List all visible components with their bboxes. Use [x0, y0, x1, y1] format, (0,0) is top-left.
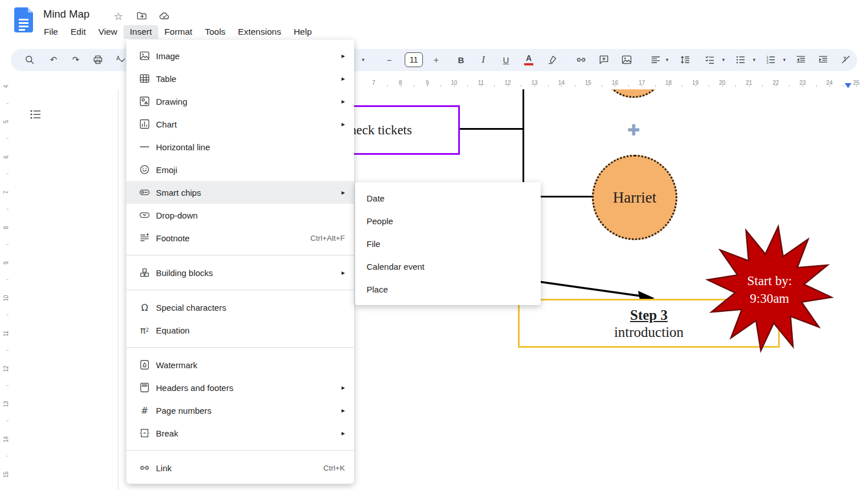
submenu-item[interactable]: Date — [355, 187, 541, 209]
clear-formatting-icon[interactable]: T — [838, 52, 854, 68]
ruler-number: 7 — [0, 187, 23, 198]
menubar-item[interactable]: Insert — [124, 25, 158, 39]
spellcheck-icon[interactable]: A — [112, 52, 128, 68]
top-node-circle[interactable] — [601, 89, 666, 98]
menu-divider — [126, 450, 354, 451]
ruler-number: 12 — [494, 77, 521, 89]
menubar-item[interactable]: View — [92, 25, 124, 39]
align-left-icon[interactable] — [648, 52, 664, 68]
insert-menu-item-footnote[interactable]: Footnote Ctrl+Alt+F — [126, 227, 354, 249]
menubar-item[interactable]: Format — [158, 25, 199, 39]
checklist-chevron-icon[interactable]: ▾ — [720, 52, 727, 68]
insert-menu-item-equation[interactable]: π2 Equation — [126, 319, 354, 341]
insert-menu-item-chart[interactable]: Chart ▸ — [126, 113, 354, 135]
google-docs-app: { "header": { "doc_title": "Mind Map", "… — [0, 0, 868, 490]
ruler-number: 4 — [0, 81, 23, 92]
insert-menu-item-drawing[interactable]: Drawing ▸ — [126, 90, 354, 113]
numbered-list-icon[interactable]: 123 — [763, 52, 779, 68]
submenu-item[interactable]: Place — [355, 278, 541, 300]
smart-chips-icon — [138, 187, 151, 198]
highlight-color-icon[interactable] — [545, 52, 561, 68]
document-outline-icon[interactable] — [27, 106, 43, 122]
insert-link-icon[interactable] — [573, 52, 589, 68]
connector-line-check-tickets[interactable] — [458, 128, 524, 130]
align-chevron-icon[interactable]: ▾ — [664, 52, 670, 68]
equation-icon: π2 — [138, 325, 151, 336]
horizontal-line-icon — [138, 141, 151, 153]
font-size-input[interactable]: 11 — [405, 52, 423, 67]
submenu-item[interactable]: Calendar event — [355, 255, 541, 278]
shortcut-label: Ctrl+K — [323, 464, 345, 472]
submenu-item[interactable]: File — [355, 232, 541, 255]
insert-menu-item-special-characters[interactable]: Ω Special characters — [126, 296, 354, 319]
insert-menu-item-image[interactable]: Image ▸ — [126, 44, 354, 67]
redo-icon[interactable]: ↷ — [68, 52, 84, 68]
ruler-number: 10 — [441, 77, 467, 89]
insert-menu-item-drop-down[interactable]: Drop-down — [126, 204, 354, 227]
insert-menu-item-horizontal-line[interactable]: Horizontal line — [126, 135, 354, 158]
horizontal-ruler-ticks — [387, 85, 858, 87]
insert-menu-item-page-numbers[interactable]: # Page numbers ▸ — [126, 399, 354, 422]
svg-text:A: A — [116, 55, 120, 61]
insert-menu-item-headers-and-footers[interactable]: Headers and footers ▸ — [126, 376, 354, 399]
check-tickets-label: check tickets — [344, 123, 412, 138]
insert-menu-item-watermark[interactable]: Watermark — [126, 353, 354, 376]
ruler-number: 9 — [414, 77, 441, 89]
shortcut-label: Ctrl+Alt+F — [310, 234, 345, 242]
page-left-edge — [118, 89, 118, 490]
underline-button[interactable]: U — [498, 52, 514, 68]
starburst-text: Start by: 9:30am — [718, 272, 821, 307]
increase-indent-icon[interactable] — [815, 52, 831, 68]
harriet-circle[interactable]: Harriet — [592, 155, 677, 240]
text-color-button[interactable]: A — [521, 52, 537, 68]
cloud-saved-icon[interactable] — [158, 9, 171, 23]
decrease-indent-icon[interactable] — [793, 52, 809, 68]
italic-button[interactable]: I — [475, 52, 491, 68]
text-color-swatch — [524, 63, 533, 65]
horizontal-ruler: 78910111213141516171819202122232425 — [360, 77, 868, 89]
numbered-list-chevron-icon[interactable]: ▾ — [781, 52, 788, 68]
line-spacing-icon[interactable] — [677, 52, 693, 68]
decrease-font-size-button[interactable]: − — [381, 52, 397, 68]
checklist-icon[interactable] — [702, 52, 718, 68]
print-icon[interactable] — [90, 52, 106, 68]
bulleted-list-icon[interactable] — [733, 52, 748, 68]
move-folder-icon[interactable] — [135, 9, 149, 23]
menubar-item[interactable]: Help — [287, 25, 318, 39]
insert-image-icon[interactable] — [619, 52, 635, 68]
star-icon[interactable]: ☆ — [112, 9, 125, 23]
insert-menu-item-emoji[interactable]: Emoji — [126, 158, 354, 181]
ruler-number: 10 — [0, 293, 23, 304]
menubar-item[interactable]: Tools — [199, 25, 232, 39]
svg-text:3: 3 — [767, 60, 769, 64]
submenu-item[interactable]: People — [355, 209, 541, 232]
insert-menu-item-smart-chips[interactable]: Smart chips ▸ — [126, 181, 354, 204]
insert-menu-item-building-blocks[interactable]: Building blocks ▸ — [126, 261, 354, 284]
insert-menu-item-table[interactable]: Table ▸ — [126, 67, 354, 90]
document-title[interactable]: Mind Map — [43, 8, 89, 20]
ruler-number: 8 — [387, 77, 414, 89]
insert-menu-item-break[interactable]: Break ▸ — [126, 422, 354, 444]
menubar-item[interactable]: Edit — [64, 25, 92, 39]
add-comment-icon[interactable] — [596, 52, 612, 68]
bold-button[interactable]: B — [453, 52, 469, 68]
vertical-ruler: 456789101112131415 — [0, 69, 11, 490]
right-indent-marker[interactable] — [845, 83, 851, 88]
font-dropdown-chevron-icon[interactable]: ▾ — [360, 52, 367, 68]
undo-icon[interactable]: ↶ — [46, 52, 61, 68]
ruler-number: 20 — [709, 77, 735, 89]
submenu-arrow-icon: ▸ — [342, 188, 345, 196]
submenu-arrow-icon: ▸ — [342, 120, 345, 128]
docs-logo[interactable] — [14, 7, 33, 32]
insert-menu-item-link[interactable]: Link Ctrl+K — [126, 456, 354, 479]
menubar-item[interactable]: File — [38, 25, 64, 39]
ruler-number: 12 — [0, 363, 23, 374]
menubar-item[interactable]: Extensions — [232, 25, 287, 39]
bulleted-list-chevron-icon[interactable]: ▾ — [751, 52, 758, 68]
search-menus-icon[interactable] — [22, 52, 38, 68]
menu-divider — [126, 290, 354, 290]
chart-icon — [138, 118, 151, 130]
increase-font-size-button[interactable]: ＋ — [428, 52, 444, 68]
ruler-number: 16 — [602, 77, 628, 89]
footnote-icon — [138, 232, 151, 244]
